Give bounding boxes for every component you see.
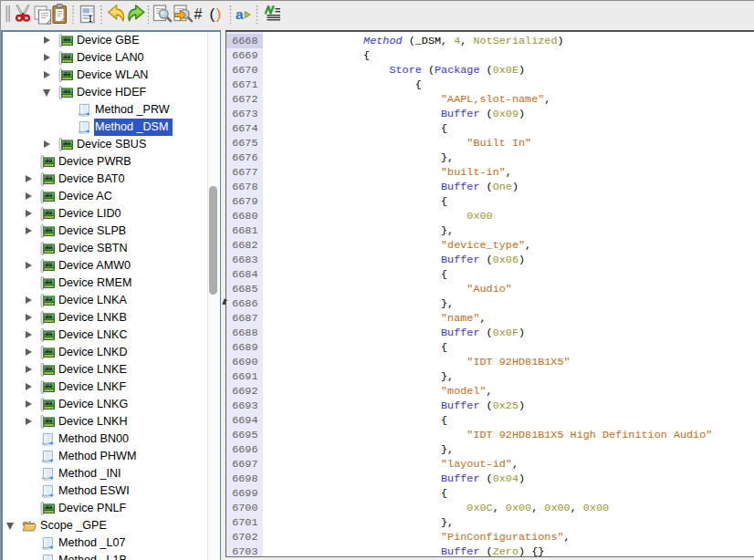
svg-text:a: a	[236, 6, 244, 22]
svg-text:#: #	[194, 6, 203, 22]
svg-text:): )	[216, 5, 222, 23]
svg-text:(: (	[210, 5, 215, 23]
